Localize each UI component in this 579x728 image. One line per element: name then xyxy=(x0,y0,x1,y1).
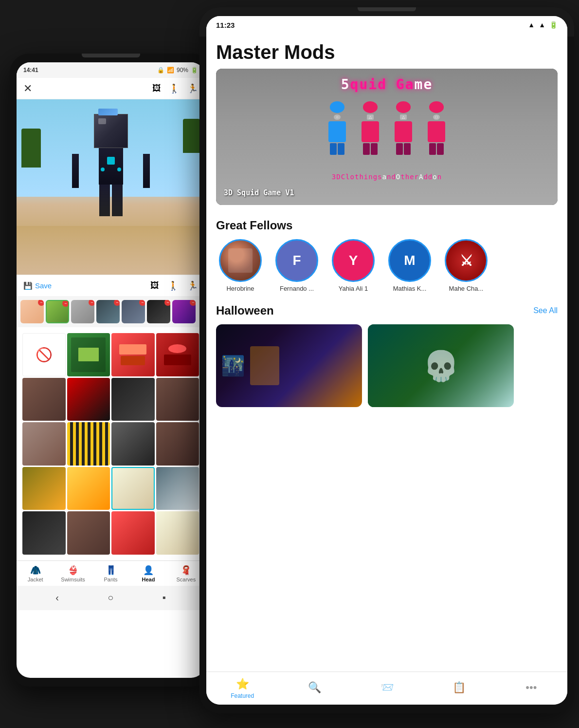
skin-thumb[interactable]: − xyxy=(147,300,170,323)
face-cell[interactable] xyxy=(67,333,110,376)
jacket-icon: 🧥 xyxy=(30,565,41,576)
fellow-mathias[interactable]: M Mathias K... xyxy=(385,239,434,292)
save-bar-icons: 🖼 🚶 🏃 xyxy=(150,280,198,291)
tab-inbox[interactable]: 📨 xyxy=(351,672,423,705)
top-bar-icons: 🖼 🚶 🏃 xyxy=(152,83,198,94)
skin-thumb[interactable]: − xyxy=(71,300,94,323)
delete-skin-icon[interactable]: − xyxy=(89,300,94,306)
face-cell[interactable] xyxy=(67,511,110,555)
image-icon[interactable]: 🖼 xyxy=(152,83,161,93)
face-cell[interactable] xyxy=(67,378,110,421)
tab-swimsuits-label: Swimsuits xyxy=(61,577,85,582)
walk-icon[interactable]: 🚶 xyxy=(169,83,180,94)
status-time-left: 14:41 xyxy=(23,67,38,74)
head-icon: 👤 xyxy=(143,565,154,576)
notch-left xyxy=(82,54,140,57)
run-action-icon[interactable]: 🏃 xyxy=(187,280,198,291)
skin-thumb[interactable]: − xyxy=(46,300,69,323)
delete-skin-icon[interactable]: − xyxy=(164,300,170,306)
save-button[interactable]: 💾 Save xyxy=(23,281,52,290)
status-bar-right: 11:23 ▲ ▲ 🔋 xyxy=(206,16,567,34)
face-cell[interactable] xyxy=(156,422,199,466)
face-cell[interactable] xyxy=(111,378,155,421)
squid-figures: ○ △ △ xyxy=(323,101,451,155)
main-scroll-area[interactable]: Master Mods 5quid Game ○ xyxy=(206,34,567,672)
signal-icon-right: ▲ xyxy=(539,21,545,29)
image-action-icon[interactable]: 🖼 xyxy=(150,280,159,291)
tab-featured-label: Featured xyxy=(231,692,254,699)
halloween-card-2[interactable]: 💀 xyxy=(368,324,514,407)
app-title: Master Mods xyxy=(206,34,567,69)
delete-skin-icon[interactable]: − xyxy=(62,300,69,307)
featured-banner[interactable]: 5quid Game ○ △ xyxy=(216,69,558,205)
skin-thumb[interactable]: − xyxy=(20,300,44,323)
recents-button[interactable]: ▪ xyxy=(163,592,166,603)
tab-more[interactable]: ••• xyxy=(495,672,567,705)
fellow-avatar-mathias: M xyxy=(388,239,431,282)
face-cell[interactable] xyxy=(111,333,155,376)
section-header-halloween: Halloween See All xyxy=(216,304,558,317)
wifi-icon: 📶 xyxy=(167,67,174,74)
tab-scarves-label: Scarves xyxy=(176,577,196,582)
tab-head-label: Head xyxy=(142,577,155,582)
face-cell[interactable] xyxy=(111,511,155,555)
tab-jacket[interactable]: 🧥 Jacket xyxy=(17,561,54,586)
banner-subtitle: 3D Squid Game V1 xyxy=(224,188,294,197)
delete-skin-icon[interactable]: − xyxy=(38,300,44,306)
halloween-see-all[interactable]: See All xyxy=(533,306,558,315)
close-button[interactable]: ✕ xyxy=(23,82,32,95)
face-cell[interactable] xyxy=(156,511,199,555)
fellows-row: Herobrine F Fernando ... Y Yahia Ali 1 M xyxy=(216,239,558,292)
face-cell[interactable] xyxy=(111,467,155,510)
tab-search[interactable]: 🔍 xyxy=(278,672,350,705)
face-cell[interactable] xyxy=(67,467,110,510)
delete-skin-icon[interactable]: − xyxy=(190,300,196,306)
face-cell[interactable] xyxy=(111,422,155,466)
tab-swimsuits[interactable]: 👙 Swimsuits xyxy=(54,561,91,586)
skin-thumb[interactable]: − xyxy=(96,300,120,323)
fellow-herobrine[interactable]: Herobrine xyxy=(216,239,265,292)
delete-skin-icon[interactable]: − xyxy=(114,300,120,306)
top-bar-left: ✕ 🖼 🚶 🏃 xyxy=(17,78,205,99)
tab-featured[interactable]: ⭐ Featured xyxy=(206,672,278,705)
face-cell[interactable] xyxy=(22,467,66,510)
run-icon[interactable]: 🏃 xyxy=(187,83,198,94)
halloween-lantern xyxy=(250,346,279,385)
tab-head[interactable]: 👤 Head xyxy=(129,561,167,586)
tab-library[interactable]: 📋 xyxy=(423,672,495,705)
face-cell[interactable] xyxy=(22,511,66,555)
fellow-mahe[interactable]: ⚔ Mahe Cha... xyxy=(442,239,490,292)
phone-right-screen: 11:23 ▲ ▲ 🔋 Master Mods 5quid Game xyxy=(206,16,567,705)
face-cell[interactable] xyxy=(22,422,66,466)
face-cell[interactable] xyxy=(22,378,66,421)
inbox-icon: 📨 xyxy=(380,681,394,694)
face-grid: 🚫 xyxy=(19,330,202,558)
face-cell[interactable] xyxy=(67,422,110,466)
fellow-fernando[interactable]: F Fernando ... xyxy=(272,239,321,292)
battery-icon: 🔋 xyxy=(191,67,198,74)
fellow-name-mathias: Mathias K... xyxy=(393,285,427,292)
bottom-tab-bar-left: 🧥 Jacket 👙 Swimsuits 👖 Pants 👤 Head 🧣 Sc… xyxy=(17,560,205,586)
tab-jacket-label: Jacket xyxy=(28,577,43,582)
notch-right xyxy=(358,7,416,11)
skin-thumb[interactable]: − xyxy=(172,300,196,323)
fellow-avatar-yahia: Y xyxy=(332,239,375,282)
fellow-avatar-mahe: ⚔ xyxy=(445,239,488,282)
back-button[interactable]: ‹ xyxy=(55,592,59,603)
delete-skin-icon[interactable]: − xyxy=(139,300,145,306)
section-title-halloween: Halloween xyxy=(216,304,274,317)
face-cell-no[interactable]: 🚫 xyxy=(22,333,66,376)
home-button[interactable]: ○ xyxy=(108,592,113,603)
squid-figure: △ xyxy=(389,101,418,155)
face-cell[interactable] xyxy=(156,378,199,421)
face-cell[interactable] xyxy=(156,467,199,510)
halloween-card-1[interactable]: 🌃 xyxy=(216,324,362,407)
fellow-yahia[interactable]: Y Yahia Ali 1 xyxy=(329,239,378,292)
library-icon: 📋 xyxy=(452,681,466,694)
halloween-emoji-1: 🌃 xyxy=(221,355,245,377)
skin-thumb[interactable]: − xyxy=(122,300,145,323)
no-symbol-icon: 🚫 xyxy=(36,347,53,363)
walk-action-icon[interactable]: 🚶 xyxy=(168,280,179,291)
face-cell[interactable] xyxy=(156,333,199,376)
tab-pants[interactable]: 👖 Pants xyxy=(92,561,129,586)
